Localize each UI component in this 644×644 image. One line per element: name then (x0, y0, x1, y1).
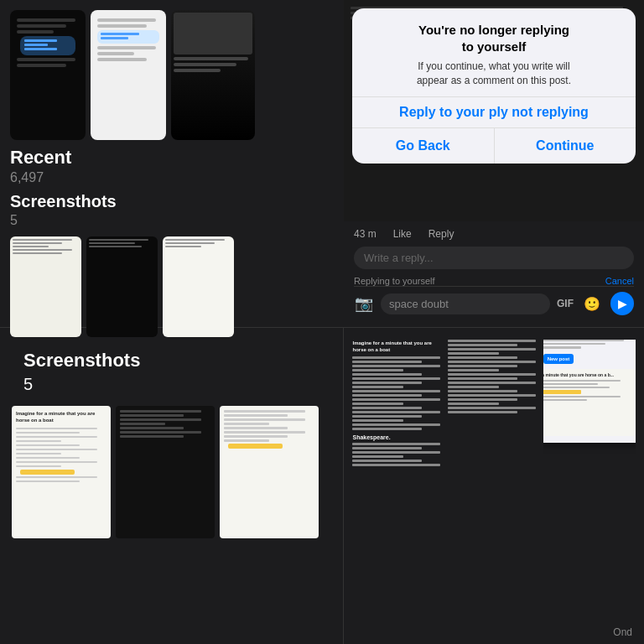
doc-line (16, 453, 61, 455)
bottom-screenshots-count: 5 (23, 375, 319, 394)
text-col-line (448, 407, 535, 409)
thumb-line (165, 242, 215, 244)
comment-meta: 43 m Like Reply (354, 228, 634, 240)
mini-line (174, 63, 236, 66)
replying-to-label: Replying to yourself (354, 276, 435, 286)
thumb-line (13, 242, 62, 244)
screenshot-thumb-2[interactable] (86, 236, 158, 337)
bottom-section: Screensthots 5 Imagine for a minute that… (0, 328, 644, 644)
text-col-line (352, 398, 439, 401)
mini-line (97, 24, 147, 28)
mini-line (174, 57, 248, 60)
text-col-line (352, 356, 439, 359)
text-col-line (448, 382, 535, 384)
mini-line (17, 18, 75, 22)
overlay-panel: Cancel New post Imagine for a minute tha… (543, 340, 636, 443)
continue-button[interactable]: Continue (495, 128, 636, 164)
screenshot-thumb-1[interactable] (10, 236, 81, 337)
emoji-button[interactable]: 🙂 (584, 296, 600, 312)
doc-line (224, 418, 305, 421)
left-panel: Recent 6,497 Screensthots 5 (0, 0, 344, 327)
go-back-button[interactable]: Go Back (352, 128, 495, 164)
bottom-right-panel: Imagine for a minute that you are horse … (344, 328, 644, 644)
mini-line (97, 46, 156, 49)
send-button[interactable]: ▶ (610, 292, 634, 315)
gif-button[interactable]: GIF (557, 298, 574, 309)
doc-line (120, 423, 165, 425)
text-col-line (448, 390, 517, 392)
mini-phone-card-2[interactable] (91, 10, 166, 140)
text-col-line (352, 419, 402, 422)
recent-section-label: Recent 6,497 (10, 147, 334, 185)
thumb-line (13, 252, 62, 254)
doc-line (224, 431, 305, 434)
thumb-line (165, 239, 225, 241)
thumb-line (13, 249, 72, 251)
text-col-line (352, 386, 402, 388)
footer-text: Ond (613, 626, 632, 638)
text-col-line (448, 373, 535, 376)
doc-line (120, 418, 201, 421)
text-col-line (448, 344, 517, 346)
screenshot-thumb-3[interactable] (163, 236, 234, 337)
text-col-line (352, 455, 402, 458)
text-col-line (448, 348, 535, 351)
overlay-line (543, 343, 605, 345)
text-col-line (352, 390, 439, 392)
overlay-new-post-btn[interactable]: New post (543, 354, 574, 364)
text-col-line (352, 428, 421, 430)
mini-card-set (10, 10, 334, 140)
text-col-line (352, 394, 421, 397)
mini-line (17, 24, 66, 28)
mini-line (174, 69, 221, 72)
text-col-line (448, 352, 498, 355)
recent-title: Recent (10, 147, 334, 169)
text-col-line (352, 447, 421, 449)
mini-phone-card-1[interactable] (10, 10, 86, 140)
text-col-line (352, 402, 402, 405)
mini-phone-card-3[interactable] (171, 10, 255, 140)
text-col-line (448, 361, 535, 363)
doc-line (16, 440, 61, 443)
camera-icon[interactable]: 📷 (354, 293, 374, 314)
doc-thumb-3[interactable] (220, 406, 319, 538)
doc-line (120, 427, 184, 429)
text-col-line (352, 451, 439, 454)
doc-highlight (228, 444, 283, 449)
shakespeare-heading: Shakespeare. (352, 434, 444, 440)
reply-btn[interactable]: Reply (428, 228, 454, 240)
doc-line (16, 432, 80, 434)
text-col-line (352, 361, 421, 363)
modal-highlight-text: Reply to your ply not replying (352, 97, 636, 128)
doc-thumb-2[interactable] (116, 406, 215, 538)
mini-line (17, 30, 54, 34)
text-col-line (448, 356, 517, 359)
doc-line (224, 439, 269, 442)
compose-input[interactable]: space doubt (381, 293, 550, 314)
text-col-line (352, 373, 421, 376)
time-ago: 43 m (354, 228, 377, 240)
doc-line (16, 457, 80, 460)
overlay-line (543, 340, 623, 341)
cancel-reply-button[interactable]: Cancel (605, 276, 634, 286)
write-reply-input[interactable]: Write a reply... (354, 247, 634, 269)
text-col-line (448, 402, 498, 405)
text-col-line (352, 365, 439, 367)
modal-actions: Go Back Continue (352, 127, 636, 164)
text-col-line (352, 369, 402, 371)
doc-line (224, 410, 305, 413)
thumb-line (13, 246, 49, 247)
thumb-line (165, 246, 201, 247)
like-btn[interactable]: Like (393, 228, 412, 240)
modal-dialog: You're no longer replying to yourself If… (352, 8, 636, 164)
doc-line (16, 428, 97, 430)
bottom-right-columns: Imagine for a minute that you are horse … (352, 340, 636, 468)
doc-line (16, 476, 97, 479)
text-col-line (352, 415, 421, 418)
mini-line (17, 58, 75, 61)
text-column-1: Imagine for a minute that you are horse … (352, 340, 444, 468)
mini-line (97, 18, 156, 22)
text-col-line (352, 407, 421, 409)
mini-line (17, 64, 66, 67)
doc-thumb-1[interactable]: Imagine for a minute that you are horse … (12, 406, 111, 538)
